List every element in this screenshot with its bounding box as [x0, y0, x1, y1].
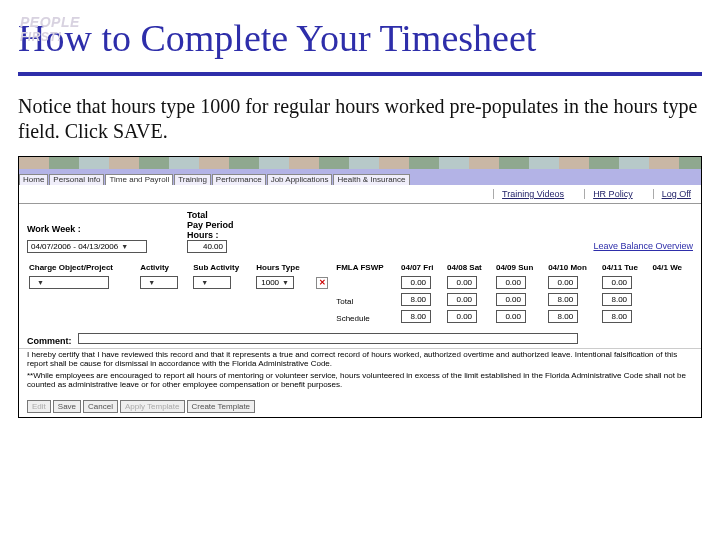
sched-d1: 8.00 — [401, 310, 431, 323]
total-d4: 8.00 — [548, 293, 578, 306]
action-bar: Edit Save Cancel Apply Template Create T… — [19, 396, 701, 417]
total-d3: 0.00 — [496, 293, 526, 306]
disclaimer-2: **While employees are encouraged to repo… — [27, 372, 693, 390]
hours-table: Charge Object/Project Activity Sub Activ… — [27, 261, 693, 325]
table-row: 1000 0.00 0.00 0.00 0.00 0.00 — [27, 274, 693, 291]
th-d2: 04/08 Sat — [445, 261, 494, 274]
nav-tabs: Home Personal Info Time and Payroll Trai… — [19, 169, 701, 185]
work-week-label: Work Week : — [27, 224, 147, 234]
total-d5: 8.00 — [602, 293, 632, 306]
app-banner — [19, 157, 701, 169]
logo-line2: FIRST! — [20, 30, 80, 44]
tab-home[interactable]: Home — [19, 174, 48, 185]
logo: PEOPLE FIRST! — [20, 14, 80, 44]
apply-template-button[interactable]: Apply Template — [120, 400, 185, 413]
delete-row-icon[interactable] — [316, 277, 328, 289]
pp-label2: Pay Period — [187, 220, 234, 230]
th-d1: 04/07 Fri — [399, 261, 445, 274]
th-sub: Sub Activity — [191, 261, 254, 274]
pp-label3: Hours : — [187, 230, 234, 240]
th-htype: Hours Type — [254, 261, 314, 274]
tab-personal[interactable]: Personal Info — [49, 174, 104, 185]
link-logoff[interactable]: Log Off — [653, 189, 691, 199]
th-d4: 04/10 Mon — [546, 261, 600, 274]
total-d2: 0.00 — [447, 293, 477, 306]
instruction-text: Notice that hours type 1000 for regular … — [18, 94, 702, 144]
cancel-button[interactable]: Cancel — [83, 400, 118, 413]
tab-performance[interactable]: Performance — [212, 174, 266, 185]
th-d5: 04/11 Tue — [600, 261, 650, 274]
schedule-label: Schedule — [334, 308, 399, 325]
charge-field[interactable] — [29, 276, 109, 289]
total-label: Total — [334, 291, 399, 308]
hrs-d4[interactable]: 0.00 — [548, 276, 578, 289]
util-links: Training Videos HR Policy Log Off — [19, 185, 701, 204]
tab-training[interactable]: Training — [174, 174, 211, 185]
activity-field[interactable] — [140, 276, 178, 289]
comment-label: Comment: — [27, 336, 72, 346]
work-week-select[interactable]: 04/07/2006 - 04/13/2006 — [27, 240, 147, 253]
pp-label1: Total — [187, 210, 234, 220]
link-training-videos[interactable]: Training Videos — [493, 189, 564, 199]
logo-line1: PEOPLE — [20, 14, 80, 30]
th-d6: 04/1 We — [650, 261, 693, 274]
sched-d4: 8.00 — [548, 310, 578, 323]
hours-type-field[interactable]: 1000 — [256, 276, 294, 289]
comment-field[interactable] — [78, 333, 578, 344]
disclaimer-1: I hereby certify that I have reviewed th… — [27, 351, 693, 369]
sched-d3: 0.00 — [496, 310, 526, 323]
pay-period-hours: 40.00 — [187, 240, 227, 253]
page-title: How to Complete Your Timesheet — [18, 18, 702, 60]
tab-time-payroll[interactable]: Time and Payroll — [105, 174, 173, 185]
title-rule — [18, 72, 702, 76]
hrs-d5[interactable]: 0.00 — [602, 276, 632, 289]
create-template-button[interactable]: Create Template — [187, 400, 256, 413]
hrs-d2[interactable]: 0.00 — [447, 276, 477, 289]
th-fmla: FMLA FSWP — [334, 261, 399, 274]
total-d1: 8.00 — [401, 293, 431, 306]
th-d3: 04/09 Sun — [494, 261, 546, 274]
save-button[interactable]: Save — [53, 400, 81, 413]
sub-activity-field[interactable] — [193, 276, 231, 289]
th-activity: Activity — [138, 261, 191, 274]
edit-button[interactable]: Edit — [27, 400, 51, 413]
timesheet-app: Home Personal Info Time and Payroll Trai… — [18, 156, 702, 418]
link-hr-policy[interactable]: HR Policy — [584, 189, 633, 199]
sched-d2: 0.00 — [447, 310, 477, 323]
sched-d5: 8.00 — [602, 310, 632, 323]
hrs-d3[interactable]: 0.00 — [496, 276, 526, 289]
th-charge: Charge Object/Project — [27, 261, 138, 274]
tab-health[interactable]: Health & Insurance — [333, 174, 409, 185]
tab-jobs[interactable]: Job Applications — [267, 174, 333, 185]
hrs-d1[interactable]: 0.00 — [401, 276, 431, 289]
leave-balance-link[interactable]: Leave Balance Overview — [593, 241, 693, 251]
